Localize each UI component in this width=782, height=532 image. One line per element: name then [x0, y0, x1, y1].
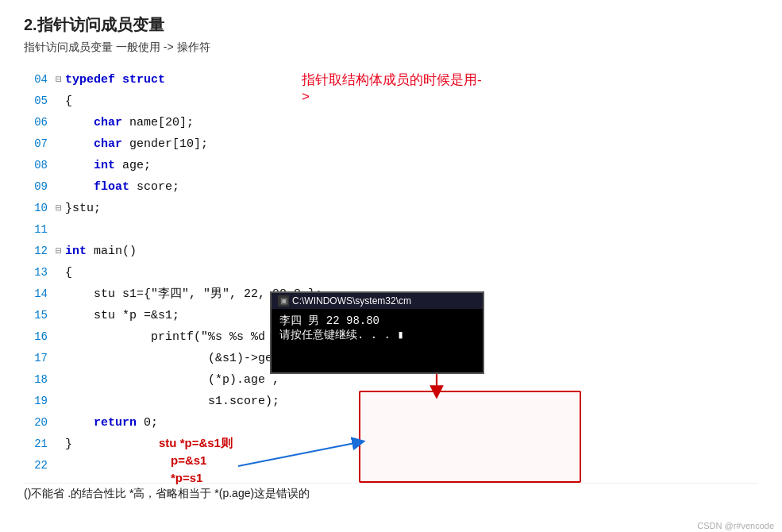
annotation-stu-p-s1: stu *p=&s1则	[159, 436, 233, 451]
page-title: 2.指针访问成员变量	[24, 14, 758, 36]
line-num-04: 04	[24, 69, 52, 91]
code-line-08: 08 int age;	[24, 155, 484, 176]
line-marker-21	[52, 434, 65, 455]
line-marker-20	[52, 412, 65, 434]
line-code-06: char name[20];	[65, 112, 484, 133]
code-line-13: 13 {	[24, 262, 484, 283]
line-marker-14	[52, 283, 65, 305]
line-num-10: 10	[24, 198, 52, 219]
line-num-21: 21	[24, 434, 52, 455]
line-marker-13	[52, 262, 65, 283]
line-num-15: 15	[24, 305, 52, 326]
line-code-10: }stu;	[65, 198, 484, 219]
line-num-05: 05	[24, 91, 52, 112]
page-container: 2.指针访问成员变量 指针访问成员变量 一般使用 -> 操作符 04 ⊟ typ…	[0, 0, 782, 509]
line-marker-04: ⊟	[52, 69, 65, 91]
code-line-11: 11	[24, 219, 484, 241]
line-num-08: 08	[24, 155, 52, 176]
code-block: 04 ⊟ typedef struct 05 { 06 char name[20…	[24, 69, 484, 476]
code-line-07: 07 char gender[10];	[24, 133, 484, 155]
line-num-09: 09	[24, 176, 52, 198]
line-code-13: {	[65, 262, 484, 283]
terminal-icon: ▣	[278, 295, 289, 306]
line-marker-07	[52, 133, 65, 155]
line-code-09: float score;	[65, 176, 484, 198]
main-content: 04 ⊟ typedef struct 05 { 06 char name[20…	[24, 69, 758, 476]
annotation-deref-p: *p=s1	[171, 471, 202, 484]
line-num-22: 22	[24, 455, 52, 476]
code-line-10: 10 ⊟ }stu;	[24, 198, 484, 219]
line-num-11: 11	[24, 219, 52, 241]
terminal-body: 李四 男 22 98.80 请按任意键继续. . . ▮	[272, 309, 483, 372]
terminal-line1: 李四 男 22 98.80	[279, 314, 475, 328]
terminal-titlebar: ▣ C:\WINDOWS\system32\cm	[272, 293, 483, 309]
bottom-note: ()不能省 .的结合性比 *高，省略相当于 *(p.age)这是错误的	[24, 483, 758, 501]
line-marker-16	[52, 326, 65, 348]
line-marker-10: ⊟	[52, 198, 65, 219]
annotation-p-equals: p=&s1	[171, 453, 206, 467]
page-subtitle: 指针访问成员变量 一般使用 -> 操作符	[24, 40, 758, 55]
line-num-14: 14	[24, 283, 52, 305]
line-num-19: 19	[24, 391, 52, 412]
line-code-08: int age;	[65, 155, 484, 176]
line-marker-22	[52, 455, 65, 476]
line-marker-18	[52, 369, 65, 391]
line-code-11	[65, 219, 484, 241]
line-marker-06	[52, 112, 65, 133]
code-line-06: 06 char name[20];	[24, 112, 484, 133]
line-marker-08	[52, 155, 65, 176]
terminal-window: ▣ C:\WINDOWS\system32\cm 李四 男 22 98.80 请…	[270, 291, 484, 374]
line-marker-19	[52, 391, 65, 412]
line-num-20: 20	[24, 412, 52, 434]
line-marker-15	[52, 305, 65, 326]
line-marker-05	[52, 91, 65, 112]
line-num-12: 12	[24, 241, 52, 262]
terminal-title: C:\WINDOWS\system32\cm	[292, 295, 411, 306]
code-line-12: 12 ⊟ int main()	[24, 241, 484, 262]
printf-highlight-box	[359, 391, 581, 483]
line-num-06: 06	[24, 112, 52, 133]
line-marker-17	[52, 348, 65, 369]
line-marker-09	[52, 176, 65, 198]
terminal-line2: 请按任意键继续. . . ▮	[279, 328, 475, 342]
line-num-17: 17	[24, 348, 52, 369]
line-num-13: 13	[24, 262, 52, 283]
line-code-07: char gender[10];	[65, 133, 484, 155]
line-num-07: 07	[24, 133, 52, 155]
annotation-arrow-operator: 指针取结构体成员的时候是用->	[302, 71, 484, 105]
line-num-18: 18	[24, 369, 52, 391]
line-marker-11	[52, 219, 65, 241]
line-num-16: 16	[24, 326, 52, 348]
code-line-09: 09 float score;	[24, 176, 484, 198]
csdn-watermark: CSDN @r#vencode	[697, 521, 774, 530]
line-marker-12: ⊟	[52, 241, 65, 262]
line-code-12: int main()	[65, 241, 484, 262]
